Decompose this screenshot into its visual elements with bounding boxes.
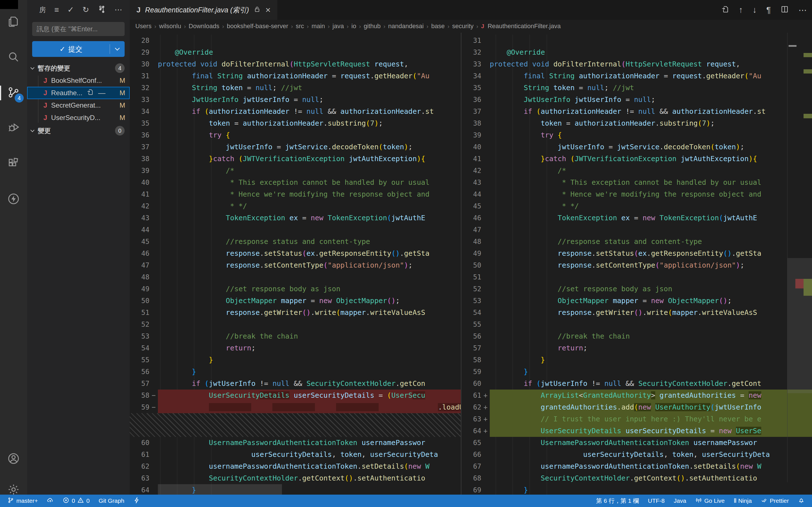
code-line[interactable]: 63 SecurityContextHolder.getContext().se…: [130, 472, 461, 484]
commit-dropdown-button[interactable]: [110, 48, 124, 50]
code-line[interactable]: 52 //set response body as json: [462, 283, 812, 295]
close-icon[interactable]: ×: [265, 5, 271, 14]
more-actions-icon[interactable]: ⋯: [799, 5, 807, 15]
code-line[interactable]: 50 response.setContentType("application/…: [462, 260, 812, 271]
tab-reauthenticationfilter[interactable]: J ReauthenticationFilter.java (索引) ×: [130, 0, 278, 20]
code-line[interactable]: 60 UsernamePasswordAuthenticationToken u…: [130, 437, 461, 449]
next-change-icon[interactable]: ↓: [753, 5, 757, 15]
code-line[interactable]: 31: [462, 35, 812, 47]
code-line[interactable]: 41 * Hence we're modifying the response …: [130, 188, 461, 200]
code-line[interactable]: 38 }catch (JWTVerificationException jwtA…: [130, 153, 461, 165]
code-line[interactable]: 48 //response status and content-type: [462, 236, 812, 247]
code-line[interactable]: 33 JwtUserInfo jwtUserInfo = null;: [130, 94, 461, 106]
breadcrumb-item[interactable]: Users: [135, 22, 151, 30]
code-line[interactable]: 64+ UserSecurityDetails userSecurityDeta…: [462, 425, 812, 437]
code-line[interactable]: 42 * */: [130, 200, 461, 212]
code-line[interactable]: 32 @Override: [462, 47, 812, 58]
code-line[interactable]: 37 if (authorizationHeader != null && au…: [462, 106, 812, 117]
code-line[interactable]: 56 //break the chain: [462, 330, 812, 342]
code-line[interactable]: 59 }: [462, 366, 812, 378]
code-line[interactable]: 49 //set response body as json: [130, 283, 461, 295]
code-line[interactable]: 43 TokenException ex = new TokenExceptio…: [130, 212, 461, 224]
code-line[interactable]: 51: [462, 271, 812, 283]
more-actions-icon[interactable]: ⋯: [114, 6, 122, 14]
open-file-icon[interactable]: [86, 89, 94, 98]
code-line[interactable]: 43 * This exception cannot be handled by…: [462, 177, 812, 188]
view-as-list-icon[interactable]: ≡: [54, 6, 59, 14]
code-line[interactable]: 46 response.setStatus(ex.getResponseEnti…: [130, 247, 461, 260]
status-bar-item[interactable]: [42, 495, 58, 507]
breadcrumb-item[interactable]: nandandesai: [388, 22, 424, 30]
status-bar-item[interactable]: UTF-8: [644, 495, 669, 507]
commit-check-icon[interactable]: ✓: [67, 6, 74, 14]
breadcrumb-item[interactable]: Downloads: [189, 22, 219, 30]
overview-ruler[interactable]: [787, 33, 812, 482]
code-line[interactable]: 48: [130, 271, 461, 283]
status-bar-item[interactable]: Prettier: [756, 495, 794, 507]
code-line[interactable]: 32 String token = null; //jwt: [130, 82, 461, 94]
code-line[interactable]: 57 if (jwtUserInfo != null && SecurityCo…: [130, 378, 461, 390]
code-line[interactable]: 56 }: [130, 366, 461, 378]
status-bar-item[interactable]: master+: [3, 495, 42, 507]
breadcrumb-item[interactable]: io: [351, 22, 356, 30]
code-line[interactable]: 33protected void doFilterInternal(HttpSe…: [462, 58, 812, 70]
code-line[interactable]: 45 //response status and content-type: [130, 236, 461, 247]
open-file-icon[interactable]: [721, 5, 729, 15]
status-bar-item[interactable]: 第 6 行，第 1 欄: [592, 495, 644, 507]
breadcrumb-item[interactable]: wilsonlu: [159, 22, 181, 30]
code-line[interactable]: 64 }: [130, 484, 461, 495]
code-line[interactable]: 58 }: [462, 354, 812, 366]
sidebar-item-explorer[interactable]: [0, 13, 27, 31]
code-line[interactable]: 66 userSecurityDetails, token, userSecur…: [462, 449, 812, 460]
staged-file-row[interactable]: JUserSecurityD...M: [27, 112, 130, 124]
commit-message-input[interactable]: 訊息 (要在 "⌘Enter...: [32, 22, 124, 36]
code-line[interactable]: 54 response.getWriter().write(mapper.wri…: [462, 307, 812, 319]
breadcrumb-item[interactable]: base: [431, 22, 445, 30]
code-line[interactable]: 35 token = authorizationHeader.substring…: [130, 117, 461, 129]
code-line[interactable]: 39 /*: [130, 165, 461, 177]
code-line[interactable]: 51 response.getWriter().write(mapper.wri…: [130, 307, 461, 319]
status-bar-item[interactable]: [129, 495, 145, 507]
code-line[interactable]: 38 token = authorizationHeader.substring…: [462, 117, 812, 129]
breadcrumb-item[interactable]: java: [333, 22, 344, 30]
code-line[interactable]: 59− .loadUse: [130, 401, 461, 413]
breadcrumb-item[interactable]: bookshelf-base-server: [227, 22, 289, 30]
sidebar-item-search[interactable]: [0, 49, 27, 66]
status-bar-item[interactable]: Ⅱ Ninja: [729, 495, 756, 507]
whitespace-toggle-icon[interactable]: ¶: [766, 5, 771, 15]
code-line[interactable]: 55: [462, 319, 812, 330]
sidebar-item-source-control[interactable]: 4: [0, 84, 27, 101]
account-button[interactable]: [0, 451, 27, 467]
code-line[interactable]: 45 * */: [462, 200, 812, 212]
breadcrumb-item[interactable]: src: [296, 22, 304, 30]
status-bar-item[interactable]: Git Graph: [94, 495, 129, 507]
code-line[interactable]: 28: [130, 35, 461, 47]
breadcrumb-item[interactable]: security: [452, 22, 474, 30]
code-line[interactable]: 62+ grantedAuthorities.add(new UserAutho…: [462, 401, 812, 413]
unstage-icon[interactable]: —: [98, 89, 105, 98]
sidebar-item-thunder-client[interactable]: [0, 191, 27, 208]
breadcrumb-item[interactable]: github: [364, 22, 380, 30]
refresh-icon[interactable]: ↻: [83, 6, 89, 14]
commit-button[interactable]: ✓提交: [32, 41, 124, 57]
scrollbar-slider[interactable]: [788, 258, 812, 393]
code-line[interactable]: 61+ ArrayList<GrantedAuthority> grantedA…: [462, 390, 812, 401]
code-line[interactable]: 47 response.setContentType("application/…: [130, 260, 461, 271]
code-line[interactable]: 37 jwtUserInfo = jwtService.decodeToken(…: [130, 141, 461, 153]
code-line[interactable]: 40 jwtUserInfo = jwtService.decodeToken(…: [462, 141, 812, 153]
staged-file-row[interactable]: JBookShelfConf...M: [27, 74, 130, 87]
code-line[interactable]: 58− UserSecurityDetails userSecurityDeta…: [130, 390, 461, 401]
code-line[interactable]: 36 JwtUserInfo jwtUserInfo = null;: [462, 94, 812, 106]
code-line[interactable]: 60 if (jwtUserInfo != null && SecurityCo…: [462, 378, 812, 390]
code-line[interactable]: 44: [130, 224, 461, 236]
code-line[interactable]: 62 usernamePasswordAuthenticationToken.s…: [130, 460, 461, 472]
code-line[interactable]: 35 String token = null; //jwt: [462, 82, 812, 94]
code-line[interactable]: 54 return;: [130, 342, 461, 354]
code-line[interactable]: 53 ObjectMapper mapper = new ObjectMappe…: [462, 295, 812, 307]
status-bar-item[interactable]: 00: [58, 495, 94, 507]
code-line[interactable]: 67 usernamePasswordAuthenticationToken.s…: [462, 460, 812, 472]
git-graph-icon[interactable]: [98, 5, 106, 15]
code-line[interactable]: 50 ObjectMapper mapper = new ObjectMappe…: [130, 295, 461, 307]
code-line[interactable]: 41 }catch (JWTVerificationException jwtA…: [462, 153, 812, 165]
code-line[interactable]: 61 userSecurityDetails, token, userSecur…: [130, 449, 461, 460]
